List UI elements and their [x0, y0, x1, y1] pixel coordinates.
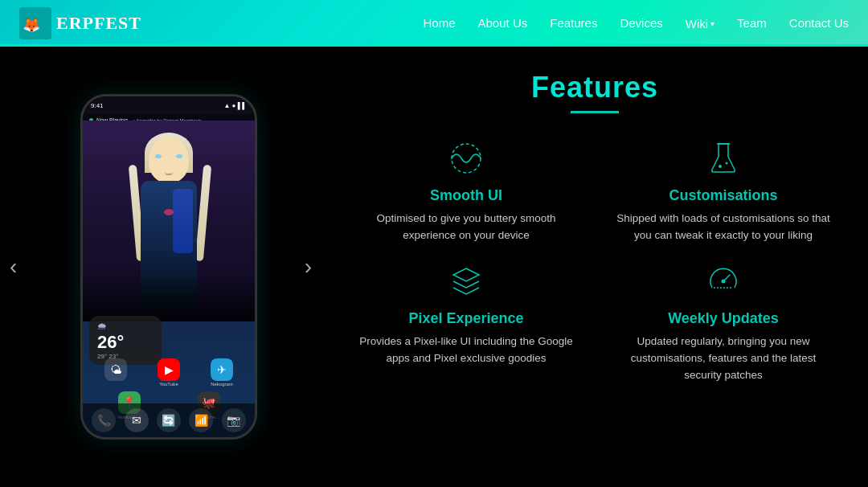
- dock-wifi-icon: 📶: [189, 408, 213, 432]
- nav-item-wiki[interactable]: Wiki ▾: [686, 17, 714, 31]
- main-content: ‹ 9:41 ▲ ● ▌▌ Now Playing ♪ Angreifer by…: [0, 47, 868, 487]
- phone-wallpaper: [83, 121, 255, 321]
- nav-item-contact[interactable]: Contact Us: [789, 16, 849, 31]
- logo: 🦊 ERPFEST: [19, 7, 141, 39]
- weekly-updates-title: Weekly Updates: [668, 310, 779, 327]
- weather-icon: 🌧: [97, 321, 154, 332]
- app-item-nekogram: ✈ Nekogram: [211, 358, 233, 387]
- feature-card-pixel-experience: Pixel Experience Provides a Pixel-like U…: [354, 260, 579, 384]
- pixel-experience-title: Pixel Experience: [408, 310, 523, 327]
- nav-item-devices[interactable]: Devices: [620, 16, 662, 31]
- app-item-weather: 🌤: [104, 358, 127, 387]
- dock-appstore-icon: 🔄: [157, 408, 181, 432]
- flask-icon: [702, 137, 744, 179]
- phone-dock: 📞 ✉ 🔄 📶 📷: [83, 403, 255, 437]
- svg-point-2: [452, 144, 481, 173]
- carousel-next-button[interactable]: ›: [297, 246, 320, 288]
- svg-marker-6: [453, 268, 479, 281]
- nav-links: Home About Us Features Devices Wiki ▾ Te…: [424, 16, 850, 31]
- feature-card-weekly-updates: Weekly Updates Updated regularly, bringi…: [611, 260, 836, 384]
- pixel-experience-desc: Provides a Pixel-like UI including the G…: [354, 334, 579, 367]
- customisations-title: Customisations: [669, 187, 777, 204]
- nav-item-home[interactable]: Home: [424, 16, 456, 31]
- nav-item-about[interactable]: About Us: [478, 16, 528, 31]
- app-item-youtube: ▶ YouTube: [158, 358, 180, 387]
- feature-card-customisations: Customisations Shipped with loads of cus…: [611, 137, 836, 244]
- smooth-ui-desc: Optimised to give you buttery smooth exp…: [354, 211, 579, 244]
- carousel-prev-button[interactable]: ‹: [2, 246, 25, 288]
- phone-status-bar: 9:41 ▲ ● ▌▌: [83, 96, 255, 114]
- wave-icon: [445, 137, 487, 179]
- features-title-underline: [571, 111, 619, 113]
- features-section: Features Smooth UI Optimised to give you…: [321, 47, 868, 487]
- nav-item-team[interactable]: Team: [737, 16, 767, 31]
- dock-messages-icon: ✉: [125, 408, 149, 432]
- customisations-desc: Shipped with loads of customisations so …: [611, 211, 836, 244]
- speedometer-icon: [702, 260, 744, 302]
- features-title: Features: [531, 71, 658, 104]
- feature-card-smooth-ui: Smooth UI Optimised to give you buttery …: [354, 137, 579, 244]
- dock-camera-icon: 📷: [222, 408, 246, 432]
- features-grid: Smooth UI Optimised to give you buttery …: [354, 137, 836, 384]
- svg-text:🦊: 🦊: [23, 16, 41, 34]
- navbar: 🦊 ERPFEST Home About Us Features Devices…: [0, 0, 868, 47]
- smooth-ui-title: Smooth UI: [430, 187, 502, 204]
- chevron-down-icon: ▾: [710, 19, 714, 28]
- logo-text: ERPFEST: [56, 13, 141, 34]
- phone-frame: 9:41 ▲ ● ▌▌ Now Playing ♪ Angreifer by D…: [80, 94, 257, 440]
- weather-temperature: 26°: [97, 332, 154, 353]
- app-row-1: 🌤 ▶ YouTube ✈ Nekogram: [89, 358, 248, 387]
- svg-point-8: [722, 279, 726, 283]
- svg-point-5: [726, 162, 728, 165]
- phone-section: ‹ 9:41 ▲ ● ▌▌ Now Playing ♪ Angreifer by…: [0, 47, 321, 487]
- logo-icon: 🦊: [19, 7, 51, 39]
- phone-screen: 9:41 ▲ ● ▌▌ Now Playing ♪ Angreifer by D…: [83, 96, 255, 437]
- dock-phone-icon: 📞: [92, 408, 116, 432]
- svg-point-4: [719, 165, 722, 168]
- layers-icon: [445, 260, 487, 302]
- weekly-updates-desc: Updated regularly, bringing you new cust…: [611, 334, 836, 384]
- nav-item-features[interactable]: Features: [550, 16, 597, 31]
